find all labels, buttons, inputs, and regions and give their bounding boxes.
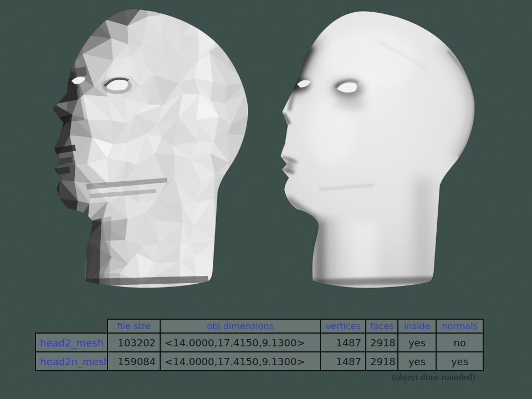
- cell-file-size: 159084: [108, 352, 160, 371]
- cell-file-size: 103202: [108, 333, 160, 352]
- row-label: head2n_mesh: [35, 352, 108, 371]
- smooth-shaded-head-render: [265, 7, 489, 292]
- cell-normals: yes: [436, 352, 483, 371]
- col-header-vertices: vertices: [320, 319, 366, 333]
- row-label: head2_mesh: [35, 333, 108, 352]
- table-header-row: file size obj dimensions vertices faces …: [35, 319, 483, 333]
- cranium-highlight: [323, 29, 417, 90]
- cell-inside: yes: [398, 352, 436, 371]
- cheek-highlight: [308, 97, 355, 166]
- cell-vertices: 1487: [320, 352, 366, 371]
- cell-inside: yes: [398, 333, 436, 352]
- cell-faces: 2918: [366, 352, 398, 371]
- col-header-faces: faces: [366, 319, 398, 333]
- col-header-obj-dimensions: obj dimensions: [160, 319, 320, 333]
- neck-back-shadow: [413, 178, 432, 284]
- mesh-stats-table: file size obj dimensions vertices faces …: [35, 319, 484, 371]
- col-header-inside: inside: [398, 319, 436, 333]
- neck-highlight: [349, 222, 378, 287]
- header-spacer: [35, 319, 108, 333]
- figure-background: { "colors": { "background": "#3E5D55", "…: [0, 0, 532, 399]
- neck-front-shadow: [314, 219, 326, 287]
- cell-normals: no: [436, 333, 483, 352]
- cell-vertices: 1487: [320, 333, 366, 352]
- flat-shaded-head-render: [42, 6, 252, 294]
- table-footnote: (object dims rounded): [366, 372, 502, 383]
- col-header-file-size: file size: [108, 319, 160, 333]
- neck-front-shadow: [86, 218, 101, 284]
- col-header-normals: normals: [436, 319, 483, 333]
- mouth-corner-shadow: [285, 159, 294, 173]
- table-row: head2n_mesh 159084 <14.0000,17.4150,9.13…: [35, 352, 483, 371]
- table-row: head2_mesh 103202 <14.0000,17.4150,9.130…: [35, 333, 483, 352]
- neck-front-shadow-2: [327, 218, 336, 287]
- cell-obj-dimensions: <14.0000,17.4150,9.1300>: [160, 352, 320, 371]
- cell-faces: 2918: [366, 333, 398, 352]
- cell-obj-dimensions: <14.0000,17.4150,9.1300>: [160, 333, 320, 352]
